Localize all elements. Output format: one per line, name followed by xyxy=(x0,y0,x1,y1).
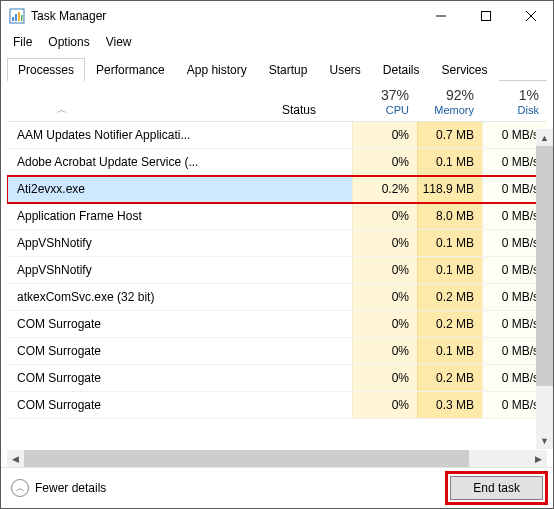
process-name: AppVShNotify xyxy=(7,263,352,277)
scroll-down-icon[interactable]: ▼ xyxy=(536,432,553,449)
tab-services[interactable]: Services xyxy=(431,58,499,81)
table-row[interactable]: Application Frame Host0%8.0 MB0 MB/s xyxy=(7,203,547,230)
process-name: COM Surrogate xyxy=(7,371,352,385)
disk-label: Disk xyxy=(518,104,539,116)
cpu-cell: 0% xyxy=(352,284,417,310)
cpu-cell: 0% xyxy=(352,311,417,337)
svg-rect-3 xyxy=(18,12,20,21)
menu-options[interactable]: Options xyxy=(40,33,97,51)
table-row[interactable]: COM Surrogate0%0.1 MB0 MB/s xyxy=(7,338,547,365)
memory-cell: 0.2 MB xyxy=(417,284,482,310)
memory-cell: 0.1 MB xyxy=(417,149,482,175)
fewer-details-button[interactable]: ︿ Fewer details xyxy=(11,479,106,497)
tab-startup[interactable]: Startup xyxy=(258,58,319,81)
table-row[interactable]: COM Surrogate0%0.2 MB0 MB/s xyxy=(7,365,547,392)
app-icon xyxy=(9,8,25,24)
menubar: File Options View xyxy=(1,31,553,53)
maximize-button[interactable] xyxy=(463,1,508,31)
footer: ︿ Fewer details End task xyxy=(1,467,553,508)
column-headers: ︿ Status 37% CPU 92% Memory 1% Disk xyxy=(7,81,547,122)
status-label: Status xyxy=(282,103,316,117)
cpu-cell: 0% xyxy=(352,338,417,364)
memory-cell: 0.1 MB xyxy=(417,230,482,256)
table-row[interactable]: AppVShNotify0%0.1 MB0 MB/s xyxy=(7,230,547,257)
memory-cell: 0.2 MB xyxy=(417,365,482,391)
scroll-right-icon[interactable]: ▶ xyxy=(530,450,547,467)
hscroll-thumb[interactable] xyxy=(24,450,469,467)
menu-file[interactable]: File xyxy=(5,33,40,51)
table-row[interactable]: Adobe Acrobat Update Service (...0%0.1 M… xyxy=(7,149,547,176)
sort-indicator-icon: ︿ xyxy=(57,103,67,117)
cpu-cell: 0% xyxy=(352,392,417,418)
col-disk-header[interactable]: 1% Disk xyxy=(482,87,547,117)
process-name: Adobe Acrobat Update Service (... xyxy=(7,155,352,169)
process-name: AAM Updates Notifier Applicati... xyxy=(7,128,352,142)
col-cpu-header[interactable]: 37% CPU xyxy=(352,87,417,117)
memory-cell: 0.1 MB xyxy=(417,257,482,283)
col-memory-header[interactable]: 92% Memory xyxy=(417,87,482,117)
col-status-header[interactable]: Status xyxy=(282,103,352,117)
menu-view[interactable]: View xyxy=(98,33,140,51)
process-name: Ati2evxx.exe xyxy=(7,182,352,196)
memory-label: Memory xyxy=(434,104,474,116)
tabbar: ProcessesPerformanceApp historyStartupUs… xyxy=(7,57,547,81)
cpu-cell: 0.2% xyxy=(352,176,417,202)
cpu-cell: 0% xyxy=(352,149,417,175)
disk-pct: 1% xyxy=(482,87,539,103)
scroll-up-icon[interactable]: ▲ xyxy=(536,129,553,146)
horizontal-scrollbar[interactable]: ◀ ▶ xyxy=(7,450,547,467)
table-row[interactable]: COM Surrogate0%0.3 MB0 MB/s xyxy=(7,392,547,419)
chevron-up-icon: ︿ xyxy=(11,479,29,497)
cpu-pct: 37% xyxy=(352,87,409,103)
memory-cell: 118.9 MB xyxy=(417,176,482,202)
process-name: COM Surrogate xyxy=(7,317,352,331)
vscroll-thumb[interactable] xyxy=(536,146,553,386)
table-row[interactable]: atkexComSvc.exe (32 bit)0%0.2 MB0 MB/s xyxy=(7,284,547,311)
cpu-cell: 0% xyxy=(352,365,417,391)
tab-details[interactable]: Details xyxy=(372,58,431,81)
table-row[interactable]: AAM Updates Notifier Applicati...0%0.7 M… xyxy=(7,122,547,149)
process-name: Application Frame Host xyxy=(7,209,352,223)
cpu-label: CPU xyxy=(386,104,409,116)
titlebar[interactable]: Task Manager xyxy=(1,1,553,31)
table-row[interactable]: AppVShNotify0%0.1 MB0 MB/s xyxy=(7,257,547,284)
svg-rect-2 xyxy=(15,14,17,21)
tab-users[interactable]: Users xyxy=(318,58,371,81)
minimize-button[interactable] xyxy=(418,1,463,31)
process-list: AAM Updates Notifier Applicati...0%0.7 M… xyxy=(7,122,547,450)
process-name: AppVShNotify xyxy=(7,236,352,250)
tab-processes[interactable]: Processes xyxy=(7,58,85,81)
memory-cell: 0.1 MB xyxy=(417,338,482,364)
table-row[interactable]: Ati2evxx.exe0.2%118.9 MB0 MB/s xyxy=(7,176,547,203)
cpu-cell: 0% xyxy=(352,257,417,283)
vertical-scrollbar[interactable]: ▲ ▼ xyxy=(536,129,553,449)
close-button[interactable] xyxy=(508,1,553,31)
table-row[interactable]: COM Surrogate0%0.2 MB0 MB/s xyxy=(7,311,547,338)
end-task-button[interactable]: End task xyxy=(450,476,543,500)
tab-app-history[interactable]: App history xyxy=(176,58,258,81)
svg-rect-1 xyxy=(12,17,14,21)
cpu-cell: 0% xyxy=(352,122,417,148)
fewer-details-label: Fewer details xyxy=(35,481,106,495)
process-name: COM Surrogate xyxy=(7,344,352,358)
svg-rect-6 xyxy=(481,12,490,21)
process-name: atkexComSvc.exe (32 bit) xyxy=(7,290,352,304)
scroll-left-icon[interactable]: ◀ xyxy=(7,450,24,467)
memory-cell: 8.0 MB xyxy=(417,203,482,229)
cpu-cell: 0% xyxy=(352,230,417,256)
svg-rect-4 xyxy=(21,15,23,21)
cpu-cell: 0% xyxy=(352,203,417,229)
process-name: COM Surrogate xyxy=(7,398,352,412)
col-name-header[interactable]: ︿ xyxy=(7,103,282,117)
tab-performance[interactable]: Performance xyxy=(85,58,176,81)
memory-cell: 0.3 MB xyxy=(417,392,482,418)
memory-cell: 0.7 MB xyxy=(417,122,482,148)
memory-pct: 92% xyxy=(417,87,474,103)
window-title: Task Manager xyxy=(31,9,418,23)
memory-cell: 0.2 MB xyxy=(417,311,482,337)
